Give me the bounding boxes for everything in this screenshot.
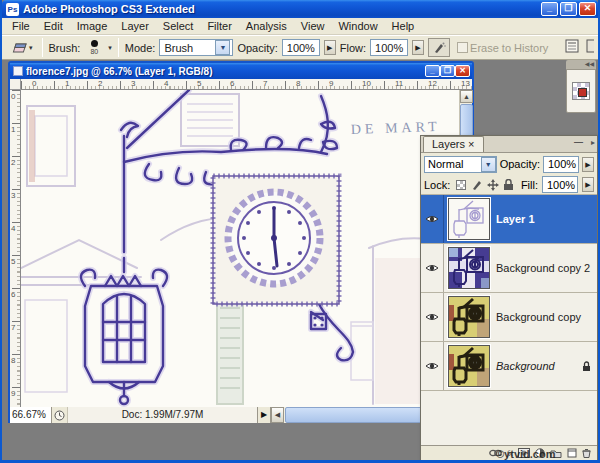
visibility-toggle[interactable] — [421, 342, 444, 390]
flow-slider-button[interactable]: ▶ — [412, 40, 424, 55]
panel-opacity-value: 100% — [546, 158, 578, 170]
blend-opacity-row: Normal ▼ Opacity: 100% ▶ — [421, 153, 597, 175]
brush-dropdown-arrow[interactable]: ▾ — [108, 44, 112, 52]
lock-transparency-icon[interactable] — [454, 178, 467, 191]
eye-icon — [425, 214, 439, 224]
menu-item[interactable]: Layer — [114, 19, 156, 33]
swatches-panel-icon — [572, 82, 590, 100]
fill-value: 100% — [545, 179, 577, 191]
ruler-number: 4 — [162, 79, 195, 88]
menu-item[interactable]: Image — [70, 19, 115, 33]
collapsed-palette-dock: ◀◀ — [566, 60, 596, 113]
opacity-field[interactable]: 100% — [282, 39, 320, 56]
lock-position-icon[interactable] — [486, 178, 499, 191]
layer-name: Layer 1 — [496, 213, 597, 225]
horizontal-scroll-thumb[interactable] — [285, 407, 435, 423]
mode-select[interactable]: Brush ▼ — [159, 39, 233, 56]
canvas-image[interactable]: DE MART — [21, 90, 459, 407]
lock-pixels-icon[interactable] — [470, 178, 483, 191]
collapsed-panel-button[interactable] — [566, 69, 596, 113]
panel-opacity-slider[interactable]: ▶ — [582, 157, 594, 172]
layer-row-background[interactable]: Background — [421, 342, 597, 391]
title-bar[interactable]: Ps Adobe Photoshop CS3 Extended _ ❐ ✕ — [2, 0, 598, 18]
layers-tab-bar: Layers × — ▸ — [421, 136, 597, 153]
menu-item[interactable]: Edit — [37, 19, 70, 33]
layer-name: Background — [496, 360, 582, 372]
new-layer-icon[interactable] — [567, 448, 577, 458]
visibility-toggle[interactable] — [421, 195, 444, 243]
opacity-slider-button[interactable]: ▶ — [324, 40, 336, 55]
brush-preview[interactable]: 80 — [84, 40, 104, 55]
fill-field[interactable]: 100% — [542, 176, 578, 193]
layers-tab[interactable]: Layers × — [423, 136, 484, 152]
ruler-number: 4 — [10, 224, 20, 257]
lock-fill-row: Lock: Fill: 100% ▶ — [421, 175, 597, 195]
minimize-button[interactable]: _ — [541, 2, 558, 16]
menu-item[interactable]: Filter — [200, 19, 238, 33]
layer-row-background-copy-2[interactable]: Background copy 2 — [421, 244, 597, 293]
palettes-icon[interactable] — [565, 39, 580, 53]
document-title: florence7.jpg @ 66.7% (Layer 1, RGB/8) — [26, 66, 425, 77]
panel-opacity-field[interactable]: 100% — [543, 156, 579, 173]
erase-to-history-label: Erase to History — [470, 42, 548, 54]
fill-slider[interactable]: ▶ — [582, 177, 594, 192]
ruler-number: 10 — [360, 79, 393, 88]
ruler-number: 5 — [195, 79, 228, 88]
document-window: florence7.jpg @ 66.7% (Layer 1, RGB/8) _… — [8, 61, 474, 423]
horizontal-ruler: 012345678910111213 — [21, 79, 472, 90]
mode-dropdown-button[interactable]: ▼ — [215, 40, 230, 55]
eye-icon — [425, 263, 439, 273]
erase-to-history-checkbox[interactable] — [457, 42, 468, 53]
ruler-number: 1 — [63, 79, 96, 88]
doc-close-button[interactable]: ✕ — [455, 65, 470, 77]
menu-item[interactable]: Analysis — [239, 19, 294, 33]
close-button[interactable]: ✕ — [579, 2, 596, 16]
document-icon — [13, 66, 23, 76]
doc-restore-button[interactable]: ❐ — [440, 65, 455, 77]
visibility-toggle[interactable] — [421, 293, 444, 341]
doc-minimize-button[interactable]: _ — [425, 65, 440, 77]
erase-to-history-option: Erase to History — [454, 41, 551, 55]
scroll-left-icon[interactable]: ◀ — [271, 407, 284, 423]
menu-item[interactable]: File — [5, 19, 37, 33]
background-lock-icon — [582, 361, 591, 372]
bridge-icon[interactable] — [586, 39, 594, 53]
layer-thumbnail[interactable] — [448, 345, 490, 387]
zoom-level-field[interactable]: 66.67% — [10, 407, 52, 423]
ruler-number: 8 — [10, 356, 20, 389]
blend-dropdown-button[interactable]: ▼ — [481, 157, 496, 172]
layer-thumbnail[interactable] — [448, 247, 490, 289]
layer-thumbnail[interactable] — [448, 198, 490, 240]
status-clock-icon — [52, 407, 68, 423]
flow-field[interactable]: 100% — [370, 39, 408, 56]
menu-item[interactable]: Window — [331, 19, 384, 33]
airbrush-toggle[interactable] — [428, 38, 450, 57]
ruler-number: 3 — [129, 79, 162, 88]
flow-value: 100% — [373, 42, 405, 54]
scroll-up-icon[interactable]: ▲ — [460, 90, 473, 103]
doc-size-info[interactable]: Doc: 1.99M/7.97M — [68, 407, 258, 423]
mode-label: Mode: — [125, 42, 156, 54]
layer-name: Background copy — [496, 311, 597, 323]
menu-item[interactable]: Select — [156, 19, 201, 33]
panel-menu-icon[interactable]: ▸ — [591, 138, 595, 147]
opacity-value: 100% — [285, 42, 317, 54]
panel-opacity-label: Opacity: — [500, 158, 540, 170]
document-title-bar[interactable]: florence7.jpg @ 66.7% (Layer 1, RGB/8) _… — [10, 63, 472, 79]
eraser-tool-button[interactable]: ▾ — [6, 40, 36, 55]
panel-minimize-icon[interactable]: — — [574, 137, 583, 147]
layers-list: Layer 1 — [421, 195, 597, 445]
visibility-toggle[interactable] — [421, 244, 444, 292]
lock-all-icon[interactable] — [502, 178, 515, 191]
collapse-arrows-icon[interactable]: ◀◀ — [566, 60, 596, 69]
menu-item[interactable]: View — [294, 19, 332, 33]
restore-button[interactable]: ❐ — [560, 2, 577, 16]
status-menu-arrow[interactable]: ▶ — [258, 407, 271, 423]
ruler-number: 0 — [10, 92, 20, 125]
layer-row-background-copy[interactable]: Background copy — [421, 293, 597, 342]
delete-layer-icon[interactable] — [582, 448, 591, 458]
layer-thumbnail[interactable] — [448, 296, 490, 338]
blend-mode-select[interactable]: Normal ▼ — [424, 156, 497, 173]
menu-item[interactable]: Help — [385, 19, 422, 33]
layer-row-layer-1[interactable]: Layer 1 — [421, 195, 597, 244]
